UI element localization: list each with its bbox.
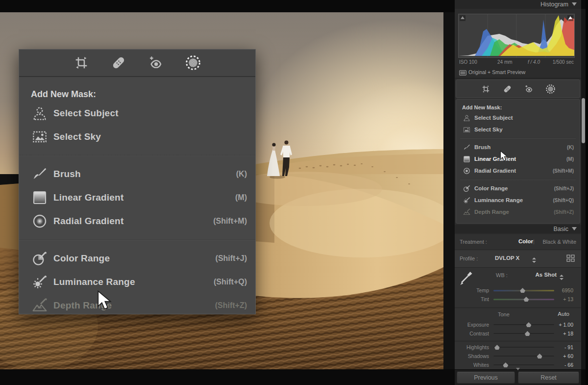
- red-eye-icon[interactable]: [523, 83, 534, 94]
- popup-brush-label: Brush: [53, 169, 81, 180]
- temp-value[interactable]: 6950: [551, 287, 573, 293]
- updown-icon[interactable]: [560, 273, 564, 282]
- select-sky-item[interactable]: Select Sky: [461, 124, 575, 135]
- select-sky-icon: [31, 128, 49, 146]
- highlights-slider-row: Highlights - 91: [455, 343, 581, 351]
- panel-scrollbar-track[interactable]: [581, 9, 586, 369]
- smart-preview-row[interactable]: Original + Smart Preview: [455, 68, 581, 78]
- temp-slider-thumb[interactable]: [520, 288, 525, 293]
- popup-divider: [19, 155, 255, 156]
- radial-gradient-item[interactable]: Radial Gradient (Shift+M): [461, 165, 575, 177]
- presence-section: Highlights - 91 Shadows + 60 Whites - 66: [455, 341, 581, 369]
- panel-end-marker-icon: [516, 368, 520, 370]
- histogram-header[interactable]: Histogram: [455, 0, 581, 9]
- popup-luminance-range-shortcut: (Shift+Q): [214, 278, 247, 286]
- brush-item[interactable]: Brush (K): [461, 141, 575, 153]
- linear-gradient-label: Linear Gradient: [474, 156, 516, 162]
- color-range-item[interactable]: Color Range (Shift+J): [461, 182, 575, 194]
- popup-color-range[interactable]: Color Range (Shift+J): [19, 247, 255, 270]
- popup-depth-range[interactable]: Depth Range (Shift+Z): [19, 294, 255, 317]
- updown-icon[interactable]: [532, 256, 536, 265]
- linear-gradient-item[interactable]: Linear Gradient (M): [461, 153, 575, 165]
- treatment-bw-option[interactable]: Black & White: [543, 239, 576, 245]
- whites-slider[interactable]: [493, 364, 554, 366]
- red-eye-icon[interactable]: [147, 54, 165, 72]
- temp-slider-row: Temp 6950: [455, 286, 581, 294]
- popup-radial-gradient[interactable]: Radial Gradient (Shift+M): [19, 209, 255, 233]
- crop-icon[interactable]: [480, 83, 491, 94]
- develop-right-panel: Histogram ISO 100 24 mm f / 4.0: [455, 0, 581, 385]
- popup-select-sky-label: Select Sky: [53, 131, 101, 142]
- profile-value[interactable]: DVLOP X: [495, 255, 519, 261]
- histogram-graph[interactable]: [458, 14, 575, 58]
- contrast-slider-thumb[interactable]: [525, 331, 530, 336]
- popup-color-range-shortcut: (Shift+J): [216, 254, 247, 263]
- contrast-value[interactable]: + 18: [551, 331, 573, 336]
- brush-label: Brush: [474, 144, 490, 150]
- highlights-label: Highlights: [455, 344, 489, 350]
- profile-row: Profile : DVLOP X: [455, 250, 581, 268]
- exposure-slider-thumb[interactable]: [526, 322, 531, 327]
- exposure-value[interactable]: + 1.00: [551, 322, 573, 328]
- shadows-slider-thumb[interactable]: [537, 354, 542, 359]
- popup-edit-toolbar: [19, 50, 255, 77]
- panel-footer: Previous Reset: [455, 369, 581, 385]
- previous-button[interactable]: Previous: [457, 372, 515, 384]
- select-subject-item[interactable]: Select Subject: [461, 112, 575, 124]
- collapse-triangle-icon[interactable]: [572, 227, 577, 231]
- panel-scrollbar-thumb[interactable]: [582, 98, 585, 143]
- radial-gradient-shortcut: (Shift+M): [553, 168, 575, 174]
- highlights-value[interactable]: - 91: [551, 344, 573, 350]
- whites-value[interactable]: - 66: [551, 362, 573, 368]
- auto-button[interactable]: Auto: [558, 311, 569, 317]
- heal-icon[interactable]: [110, 54, 127, 72]
- tint-slider-row: Tint + 13: [455, 295, 581, 303]
- basic-header[interactable]: Basic: [455, 225, 581, 233]
- masking-icon[interactable]: [545, 83, 556, 94]
- shadows-value[interactable]: + 60: [551, 353, 573, 359]
- white-balance-section: WB : As Shot Temp 6950 Tint + 13: [455, 268, 581, 308]
- wb-value[interactable]: As Shot: [536, 272, 557, 278]
- luminance-range-item[interactable]: Luminance Range (Shift+Q): [461, 194, 575, 206]
- popup-depth-range-shortcut: (Shift+Z): [215, 301, 247, 310]
- exposure-slider-row: Exposure + 1.00: [455, 321, 581, 329]
- popup-select-subject[interactable]: Select Subject: [19, 102, 255, 125]
- temp-slider[interactable]: [493, 290, 554, 291]
- profile-grid-icon[interactable]: [566, 255, 575, 264]
- collapse-triangle-icon[interactable]: [572, 2, 577, 6]
- popup-linear-gradient-shortcut: (M): [235, 193, 247, 202]
- shadow-clipping-indicator[interactable]: [460, 15, 466, 21]
- whites-slider-thumb[interactable]: [503, 362, 508, 367]
- tint-slider-thumb[interactable]: [523, 297, 529, 302]
- treatment-color-option[interactable]: Color: [518, 238, 533, 244]
- select-subject-label: Select Subject: [474, 115, 513, 121]
- highlights-slider[interactable]: [493, 347, 554, 348]
- masking-icon[interactable]: [184, 54, 202, 72]
- popup-linear-gradient[interactable]: Linear Gradient (M): [19, 186, 255, 209]
- depth-range-item[interactable]: Depth Range (Shift+Z): [461, 206, 575, 218]
- exposure-slider[interactable]: [493, 324, 554, 326]
- highlights-slider-thumb[interactable]: [494, 345, 500, 350]
- contrast-slider[interactable]: [493, 333, 554, 334]
- popup-brush[interactable]: Brush (K): [19, 162, 255, 186]
- brush-icon: [463, 143, 471, 152]
- tint-value[interactable]: + 13: [551, 296, 573, 302]
- select-sky-label: Select Sky: [474, 127, 503, 132]
- brush-shortcut: (K): [567, 145, 575, 150]
- tone-section: Tone Auto Exposure + 1.00 Contrast + 18: [455, 308, 581, 341]
- tone-label: Tone: [498, 311, 510, 317]
- shadows-slider-row: Shadows + 60: [455, 352, 581, 360]
- heal-icon[interactable]: [502, 83, 513, 94]
- highlight-clipping-indicator[interactable]: [567, 15, 573, 21]
- reset-button[interactable]: Reset: [518, 372, 579, 384]
- smart-preview-label: Original + Smart Preview: [468, 69, 525, 75]
- popup-select-sky[interactable]: Select Sky: [19, 125, 255, 149]
- bottom-letterbox: [0, 369, 455, 385]
- shadows-slider[interactable]: [493, 356, 554, 357]
- focal-length-value: 24 mm: [497, 59, 513, 65]
- crop-icon[interactable]: [73, 54, 90, 72]
- tint-slider[interactable]: [493, 299, 554, 300]
- popup-luminance-range[interactable]: Luminance Range (Shift+Q): [19, 270, 255, 294]
- luminance-range-shortcut: (Shift+Q): [553, 198, 575, 203]
- mask-panel-divider: [460, 138, 576, 139]
